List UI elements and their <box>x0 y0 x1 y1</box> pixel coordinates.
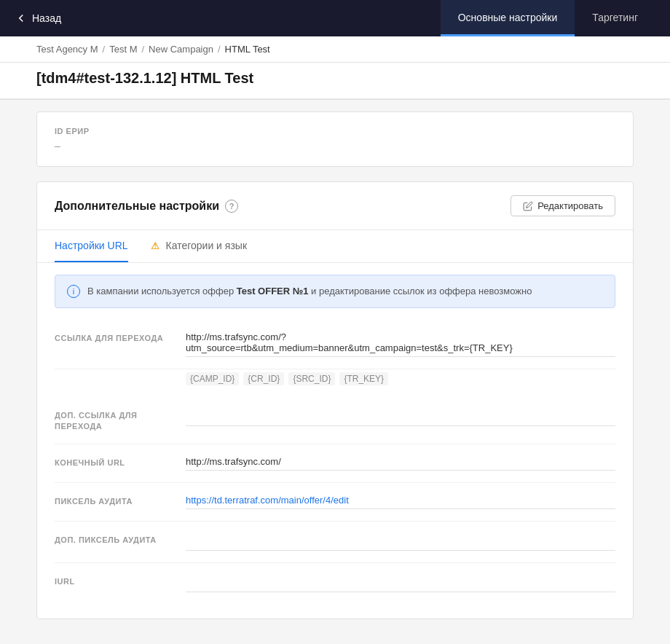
erip-card: ID ЕРИР – <box>36 111 634 167</box>
final-url-row: КОНЕЧНЫЙ URL http://ms.trafsync.com/ <box>55 444 615 483</box>
extra-redirect-url-label: ДОП. ССЫЛКА ДЛЯ ПЕРЕХОДА <box>55 409 171 433</box>
tab-targeting[interactable]: Таргетинг <box>575 0 655 36</box>
iurl-value <box>186 575 615 592</box>
tab-url-settings[interactable]: Настройки URL <box>55 230 128 262</box>
macro-row: {CAMP_ID} {CR_ID} {SRC_ID} {TR_KEY} <box>55 369 615 397</box>
macro-cr-id: {CR_ID} <box>243 372 284 385</box>
extra-redirect-url-row: ДОП. ССЫЛКА ДЛЯ ПЕРЕХОДА <box>55 397 615 445</box>
breadcrumb-item-current: HTML Test <box>225 44 270 55</box>
macro-camp-id: {CAMP_ID} <box>186 372 239 385</box>
settings-title-text: Дополнительные настройки <box>55 200 219 213</box>
info-icon: i <box>67 285 80 298</box>
breadcrumb-item-test-m[interactable]: Test M <box>109 44 137 55</box>
help-icon[interactable]: ? <box>225 200 238 213</box>
final-url-label: КОНЕЧНЫЙ URL <box>55 456 171 468</box>
page-title-bar: [tdm4#test-132.1.12] HTML Test <box>0 63 670 99</box>
additional-settings-card: Дополнительные настройки ? Редактировать… <box>36 181 634 619</box>
iurl-row: IURL <box>55 563 615 604</box>
edit-button[interactable]: Редактировать <box>511 195 615 216</box>
audit-pixel-value[interactable]: https://td.terratraf.com/main/offer/4/ed… <box>186 495 615 509</box>
settings-card-header: Дополнительные настройки ? Редактировать <box>37 182 633 230</box>
audit-pixel-row: ПИКСЕЛЬ АУДИТА https://td.terratraf.com/… <box>55 483 615 522</box>
audit-pixel-label: ПИКСЕЛЬ АУДИТА <box>55 495 171 507</box>
edit-label: Редактировать <box>537 200 603 211</box>
iurl-label: IURL <box>55 575 171 587</box>
card-tabs: Настройки URL ⚠ Категории и язык <box>37 230 633 263</box>
back-arrow-icon <box>15 12 28 25</box>
url-fields: ССЫЛКА ДЛЯ ПЕРЕХОДА http://ms.trafsync.c… <box>37 320 633 619</box>
settings-title-area: Дополнительные настройки ? <box>55 200 238 213</box>
final-url-value: http://ms.trafsync.com/ <box>186 456 615 471</box>
breadcrumb-item-new-campaign[interactable]: New Campaign <box>149 44 213 55</box>
back-label: Назад <box>32 12 61 24</box>
info-banner: i В кампании используется оффер Test OFF… <box>55 275 615 308</box>
header: Назад Основные настройки Таргетинг <box>0 0 670 36</box>
header-tabs: Основные настройки Таргетинг <box>441 0 655 36</box>
breadcrumb-sep-3: / <box>218 44 221 55</box>
erip-value: – <box>55 140 615 152</box>
back-button[interactable]: Назад <box>15 12 61 25</box>
offer-name: Test OFFER №1 <box>237 286 309 297</box>
macro-src-id: {SRC_ID} <box>288 372 335 385</box>
tab-categories-language[interactable]: ⚠ Категории и язык <box>149 230 247 262</box>
erip-label: ID ЕРИР <box>55 127 615 136</box>
breadcrumb-sep-1: / <box>103 44 106 55</box>
redirect-url-label: ССЫЛКА ДЛЯ ПЕРЕХОДА <box>55 331 171 344</box>
page-title: [tdm4#test-132.1.12] HTML Test <box>36 70 634 87</box>
tab-basic-settings[interactable]: Основные настройки <box>441 0 575 36</box>
warning-icon: ⚠ <box>149 239 162 252</box>
extra-audit-pixel-value <box>186 533 615 551</box>
breadcrumb-sep-2: / <box>141 44 144 55</box>
macro-tr-key: {TR_KEY} <box>339 372 388 385</box>
redirect-url-value: http://ms.trafsync.com/?utm_source=rtb&u… <box>186 331 615 357</box>
breadcrumb-item-agency[interactable]: Test Agency M <box>36 44 98 55</box>
extra-audit-pixel-label: ДОП. ПИКСЕЛЬ АУДИТА <box>55 533 171 546</box>
extra-redirect-url-value <box>186 409 615 426</box>
extra-audit-pixel-row: ДОП. ПИКСЕЛЬ АУДИТА <box>55 522 615 563</box>
info-banner-text: В кампании используется оффер Test OFFER… <box>87 284 532 299</box>
redirect-url-row: ССЫЛКА ДЛЯ ПЕРЕХОДА http://ms.trafsync.c… <box>55 320 615 369</box>
edit-icon <box>523 201 533 211</box>
main-content: ID ЕРИР – Дополнительные настройки ? Ред… <box>0 111 670 644</box>
breadcrumb: Test Agency M / Test M / New Campaign / … <box>0 36 670 63</box>
